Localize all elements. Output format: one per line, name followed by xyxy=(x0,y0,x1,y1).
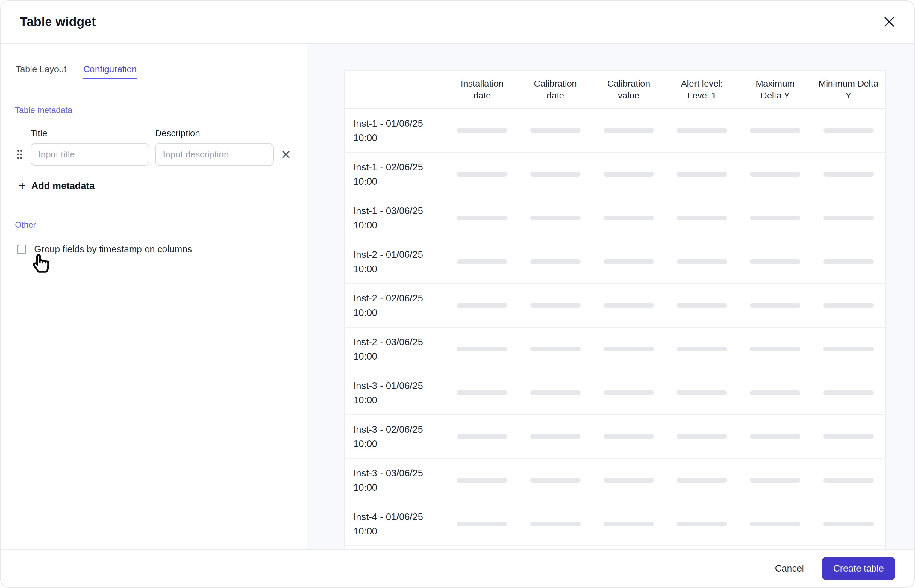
group-fields-label: Group fields by timestamp on columns xyxy=(34,244,192,255)
skeleton-bar xyxy=(823,172,874,177)
skeleton-cell xyxy=(665,259,739,264)
skeleton-bar xyxy=(530,172,581,177)
skeleton-bar xyxy=(530,522,581,526)
cancel-button[interactable]: Cancel xyxy=(775,563,804,574)
skeleton-cell xyxy=(812,347,885,352)
skeleton-bar xyxy=(530,347,581,352)
skeleton-cell xyxy=(445,390,519,395)
skeleton-cell xyxy=(739,216,812,220)
panel-tabs: Table Layout Configuration xyxy=(15,64,292,81)
remove-metadata-button[interactable] xyxy=(280,147,292,162)
skeleton-bar xyxy=(750,303,800,308)
skeleton-cell xyxy=(592,522,665,526)
title-input[interactable] xyxy=(31,143,149,166)
skeleton-bar xyxy=(457,478,507,483)
table-row: Inst-1 - 03/06/2510:00 xyxy=(345,196,885,240)
skeleton-bar xyxy=(457,434,507,439)
drag-dots-icon xyxy=(17,149,23,160)
skeleton-cell xyxy=(519,347,592,352)
skeleton-bar xyxy=(457,259,507,264)
remove-icon xyxy=(282,150,290,158)
skeleton-cell xyxy=(739,128,812,133)
skeleton-cell xyxy=(592,303,665,308)
add-metadata-button[interactable]: + Add metadata xyxy=(19,180,95,191)
row-label: Inst-4 - 01/06/2510:00 xyxy=(345,510,445,538)
close-button[interactable] xyxy=(879,12,899,31)
hand-cursor-icon xyxy=(33,254,49,273)
skeleton-cell xyxy=(519,216,592,220)
table-row: Inst-2 - 02/06/2510:00 xyxy=(345,284,885,328)
skeleton-cell xyxy=(445,522,519,526)
description-input[interactable] xyxy=(155,143,274,166)
column-header: Calibration date xyxy=(519,78,592,102)
modal-body: Table Layout Configuration Table metadat… xyxy=(1,44,914,549)
skeleton-bar xyxy=(823,216,874,220)
skeleton-bar xyxy=(604,172,654,177)
skeleton-bar xyxy=(677,390,727,395)
skeleton-cell xyxy=(592,478,665,483)
skeleton-cell xyxy=(445,172,519,177)
skeleton-bar xyxy=(750,522,800,526)
column-header: Installation date xyxy=(445,78,519,102)
group-fields-row: Group fields by timestamp on columns xyxy=(15,244,292,255)
skeleton-bar xyxy=(677,172,727,177)
skeleton-bar xyxy=(604,128,654,133)
skeleton-cell xyxy=(665,522,739,526)
skeleton-cell xyxy=(519,522,592,526)
skeleton-cell xyxy=(812,478,885,483)
skeleton-cell xyxy=(812,216,885,220)
skeleton-bar xyxy=(604,434,654,439)
skeleton-bar xyxy=(823,522,874,526)
skeleton-cell xyxy=(519,303,592,308)
clipped-row-stub xyxy=(345,546,885,549)
skeleton-cell xyxy=(665,172,739,177)
skeleton-cell xyxy=(739,390,812,395)
skeleton-cell xyxy=(445,128,519,133)
group-fields-checkbox[interactable] xyxy=(17,245,26,254)
plus-icon: + xyxy=(19,181,26,191)
modal-header: Table widget xyxy=(1,1,914,44)
skeleton-bar xyxy=(530,259,581,264)
skeleton-cell xyxy=(739,303,812,308)
metadata-labels-row: Title Description xyxy=(15,128,292,138)
skeleton-cell xyxy=(445,347,519,352)
close-icon xyxy=(884,16,895,27)
drag-handle-icon[interactable] xyxy=(15,149,24,160)
skeleton-cell xyxy=(665,347,739,352)
table-row: Inst-3 - 03/06/2510:00 xyxy=(345,459,885,502)
skeleton-cell xyxy=(519,259,592,264)
skeleton-bar xyxy=(823,478,874,483)
add-metadata-label: Add metadata xyxy=(31,180,95,191)
column-header: Calibration value xyxy=(592,78,665,102)
skeleton-bar xyxy=(677,216,727,220)
skeleton-cell xyxy=(445,216,519,220)
tab-table-layout[interactable]: Table Layout xyxy=(15,64,67,81)
skeleton-bar xyxy=(530,303,581,308)
skeleton-cell xyxy=(592,434,665,439)
skeleton-cell xyxy=(592,172,665,177)
table-row: Inst-3 - 02/06/2510:00 xyxy=(345,415,885,459)
skeleton-cell xyxy=(592,259,665,264)
row-label: Inst-1 - 02/06/2510:00 xyxy=(345,160,445,189)
skeleton-cell xyxy=(739,434,812,439)
row-label: Inst-1 - 01/06/2510:00 xyxy=(345,116,445,145)
skeleton-bar xyxy=(457,216,507,220)
preview-panel: Installation dateCalibration dateCalibra… xyxy=(307,44,914,549)
description-label: Description xyxy=(155,128,274,138)
skeleton-bar xyxy=(604,478,654,483)
skeleton-cell xyxy=(812,128,885,133)
tab-configuration[interactable]: Configuration xyxy=(82,64,137,81)
skeleton-bar xyxy=(823,390,874,395)
skeleton-bar xyxy=(750,172,800,177)
column-header: Minimum Delta Y xyxy=(812,78,885,102)
skeleton-bar xyxy=(457,172,507,177)
create-table-button[interactable]: Create table xyxy=(822,557,895,580)
row-label: Inst-2 - 01/06/2510:00 xyxy=(345,247,445,276)
skeleton-bar xyxy=(823,259,874,264)
skeleton-bar xyxy=(604,390,654,395)
metadata-row xyxy=(15,143,292,166)
row-label: Inst-2 - 02/06/2510:00 xyxy=(345,291,445,320)
table-row: Inst-2 - 03/06/2510:00 xyxy=(345,328,885,371)
skeleton-bar xyxy=(677,303,727,308)
skeleton-bar xyxy=(530,434,581,439)
